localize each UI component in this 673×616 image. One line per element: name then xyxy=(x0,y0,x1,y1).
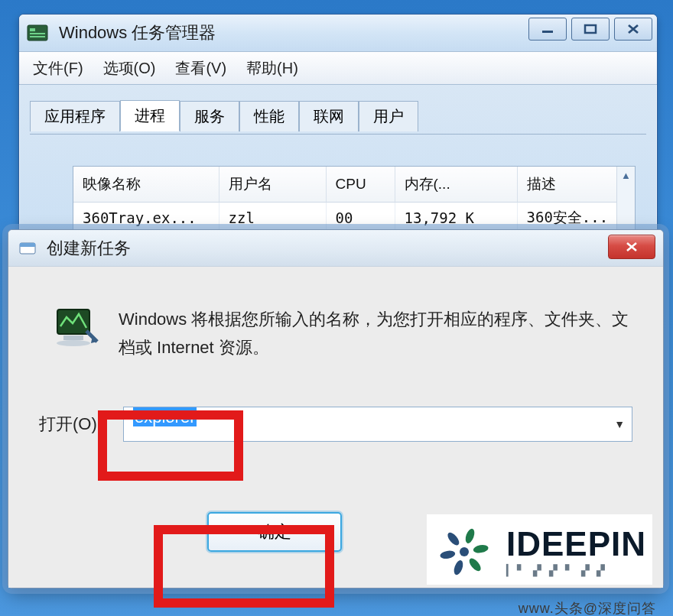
scrollbar[interactable]: ▲ xyxy=(616,167,635,229)
tab-applications[interactable]: 应用程序 xyxy=(30,101,120,131)
ok-button-label: 确定 xyxy=(258,520,291,543)
open-combobox[interactable]: explorer ▼ xyxy=(123,407,632,442)
task-manager-menubar: 文件(F) 选项(O) 查看(V) 帮助(H) xyxy=(19,51,657,85)
open-input-value: explorer xyxy=(133,407,197,426)
menu-help[interactable]: 帮助(H) xyxy=(246,58,298,79)
svg-point-13 xyxy=(467,556,483,573)
svg-point-17 xyxy=(460,547,469,556)
col-cpu[interactable]: CPU xyxy=(326,167,395,203)
run-program-icon xyxy=(53,305,99,348)
svg-point-10 xyxy=(57,340,90,346)
svg-point-15 xyxy=(440,550,456,559)
brand-logo: IDEEPIN ▎▘ ▞ ▞ ▘ ▞ ▞ xyxy=(427,514,652,585)
process-table-container: 映像名称 用户名 CPU 内存(... 描述 360Tray.ex... zzl… xyxy=(73,166,636,230)
svg-point-12 xyxy=(473,544,489,554)
svg-rect-5 xyxy=(585,25,596,33)
svg-rect-7 xyxy=(20,243,35,247)
table-row[interactable]: 360Tray.ex... zzl 00 13,792 K 360安全... xyxy=(73,203,635,231)
run-dialog-body: Windows 将根据您所输入的名称，为您打开相应的程序、文件夹、文档或 Int… xyxy=(8,267,663,588)
cell-memory: 13,792 K xyxy=(395,203,517,231)
ok-button[interactable]: 确定 xyxy=(207,512,342,552)
run-dialog-titlebar[interactable]: 创建新任务 xyxy=(8,230,663,267)
svg-rect-4 xyxy=(542,31,553,33)
svg-rect-9 xyxy=(63,336,83,340)
run-dialog-title: 创建新任务 xyxy=(47,237,131,260)
col-image-name[interactable]: 映像名称 xyxy=(73,167,219,203)
close-button[interactable] xyxy=(614,18,652,41)
task-manager-icon xyxy=(27,24,48,41)
brand-logo-sub: ▎▘ ▞ ▞ ▘ ▞ ▞ xyxy=(506,564,607,576)
cell-cpu: 00 xyxy=(326,203,395,231)
tab-services[interactable]: 服务 xyxy=(180,101,239,131)
svg-rect-3 xyxy=(30,36,45,37)
tab-processes[interactable]: 进程 xyxy=(120,100,180,131)
maximize-button[interactable] xyxy=(571,18,610,41)
open-input[interactable]: explorer xyxy=(123,407,632,442)
swirl-icon xyxy=(433,520,496,583)
svg-rect-2 xyxy=(30,33,45,34)
col-username[interactable]: 用户名 xyxy=(219,167,326,203)
menu-view[interactable]: 查看(V) xyxy=(175,58,226,79)
menu-options[interactable]: 选项(O) xyxy=(103,58,156,79)
task-manager-tabs: 应用程序 进程 服务 性能 联网 用户 xyxy=(19,85,657,131)
svg-point-16 xyxy=(446,530,462,547)
run-dialog-close-button[interactable] xyxy=(608,235,655,259)
task-manager-window: Windows 任务管理器 文件(F) 选项(O) 查看(V) 帮助(H) 应用… xyxy=(18,14,658,235)
tab-networking[interactable]: 联网 xyxy=(299,101,359,131)
cell-image-name: 360Tray.ex... xyxy=(73,203,219,231)
run-dialog: 创建新任务 Windows 将根据您所输入的名称，为您打开相应的程序、文件夹、文… xyxy=(8,229,664,588)
open-label: 打开(O): xyxy=(39,413,123,436)
scroll-up-icon[interactable]: ▲ xyxy=(617,167,635,183)
run-dialog-message: Windows 将根据您所输入的名称，为您打开相应的程序、文件夹、文档或 Int… xyxy=(119,305,632,362)
menu-file[interactable]: 文件(F) xyxy=(33,58,83,79)
task-manager-titlebar[interactable]: Windows 任务管理器 xyxy=(19,15,657,51)
cell-username: zzl xyxy=(219,203,326,231)
svg-point-14 xyxy=(452,559,464,576)
process-table: 映像名称 用户名 CPU 内存(... 描述 360Tray.ex... zzl… xyxy=(73,167,635,230)
tab-performance[interactable]: 性能 xyxy=(239,101,299,131)
col-memory[interactable]: 内存(... xyxy=(395,167,517,203)
minimize-button[interactable] xyxy=(528,18,567,41)
svg-point-11 xyxy=(463,527,476,544)
window-buttons xyxy=(528,18,652,41)
tab-underline xyxy=(30,134,646,135)
task-manager-title: Windows 任务管理器 xyxy=(59,21,216,44)
brand-logo-text: IDEEPIN xyxy=(506,527,646,561)
svg-rect-1 xyxy=(30,28,35,31)
watermark-url: www.头条@深度问答 xyxy=(519,599,656,616)
run-dialog-icon xyxy=(19,241,36,256)
tab-users[interactable]: 用户 xyxy=(359,101,418,131)
